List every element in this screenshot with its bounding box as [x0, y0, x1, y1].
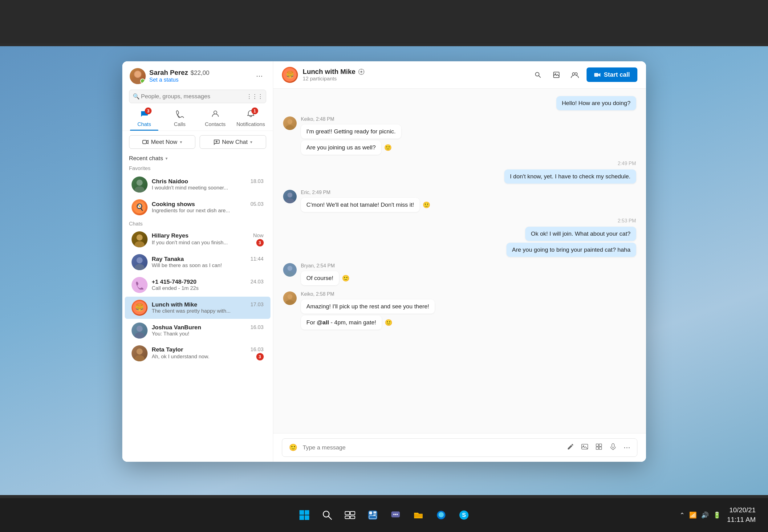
emoji-reaction-2[interactable]: 🙂	[384, 144, 392, 151]
svg-point-17	[136, 348, 143, 355]
chat-name-joshua: Joshua VanBuren	[152, 324, 201, 331]
svg-point-2	[135, 71, 141, 77]
svg-point-3	[214, 111, 217, 114]
chat-item-lunch[interactable]: 🍔 Lunch with Mike 17.03 The client was p…	[125, 297, 270, 319]
chat-avatar-chris	[132, 177, 148, 193]
svg-rect-58	[345, 516, 350, 518]
gallery-button[interactable]	[550, 68, 563, 82]
message-7: Keiko, 2:58 PM Amazing! I'll pick up the…	[283, 291, 636, 330]
taskbar-windows-icon[interactable]	[296, 506, 313, 524]
tab-chats[interactable]: 3 Chats	[127, 106, 162, 131]
chat-item-ray[interactable]: Ray Tanaka 11:44 Will be there as soon a…	[125, 251, 270, 273]
chat-participants: 12 participants	[303, 76, 526, 82]
chat-badge-hillary: 3	[256, 239, 264, 246]
recent-chats-chevron[interactable]: ▾	[165, 156, 168, 161]
chat-avatar-phone	[132, 277, 148, 293]
more-options-button[interactable]: ⋯	[253, 70, 266, 82]
user-credits: $22,00	[190, 69, 209, 76]
emoji-reaction-6[interactable]: 🙂	[342, 274, 350, 282]
svg-point-36	[287, 193, 292, 197]
taskbar-fileexplorer-icon[interactable]	[410, 506, 427, 524]
chats-section-label: Chats	[122, 219, 273, 228]
chat-item-chris[interactable]: Chris Naidoo 18.03 I wouldn't mind meeti…	[125, 173, 270, 196]
user-status[interactable]: Set a status	[149, 77, 209, 83]
taskbar-chevron-icon[interactable]: ⌃	[680, 511, 685, 519]
tab-calls[interactable]: Calls	[162, 106, 197, 131]
svg-point-22	[360, 71, 362, 73]
sidebar-header: Sarah Perez $22,00 Set a status ⋯	[122, 61, 273, 87]
msg-sender-keiko-2: Keiko, 2:58 PM	[301, 291, 435, 297]
taskbar-wifi-icon[interactable]: 📶	[689, 511, 697, 519]
chats-badge: 3	[145, 108, 152, 114]
svg-point-18	[135, 355, 144, 361]
chat-header: 🍔 Lunch with Mike 12 participants	[273, 61, 646, 89]
taskbar-taskview-icon[interactable]	[341, 506, 359, 524]
message-4: Eric, 2:49 PM C'mon! We'll eat hot tamal…	[283, 190, 636, 212]
phone-icon-avatar	[135, 280, 144, 290]
recent-chats-header: Recent chats ▾	[122, 153, 273, 164]
svg-point-39	[286, 272, 294, 277]
compose-input-row: 🙂 ⋯	[282, 438, 637, 457]
chat-name-lunch: Lunch with Mike	[152, 301, 197, 308]
svg-line-28	[539, 76, 541, 78]
taskbar-volume-icon[interactable]: 🔊	[701, 511, 709, 519]
chat-item-phone[interactable]: +1 415-748-7920 24.03 Call ended - 1m 22…	[125, 274, 270, 296]
favorites-label: Favorites	[122, 164, 273, 173]
call-icon	[594, 71, 601, 78]
message-1: Hello! How are you doing?	[283, 96, 636, 110]
chat-item-hillary[interactable]: Hillary Reyes Now If you don't mind can …	[125, 228, 270, 250]
search-input[interactable]	[129, 90, 266, 103]
svg-text:🍔: 🍔	[286, 71, 294, 79]
meet-now-button[interactable]: Meet Now ▾	[129, 135, 196, 149]
recent-chats-title: Recent chats	[129, 155, 163, 162]
svg-point-32	[575, 73, 577, 75]
chat-item-reta[interactable]: Reta Taylor 16.03 Ah, ok I understand no…	[125, 342, 270, 364]
emoji-reaction-7[interactable]: 🙂	[385, 319, 392, 326]
tab-contacts[interactable]: Contacts	[197, 106, 233, 131]
layout-icon[interactable]	[594, 442, 604, 453]
emoji-reaction-4[interactable]: 🙂	[423, 201, 430, 209]
svg-point-68	[393, 514, 394, 515]
taskbar-widgets-icon[interactable]	[364, 506, 381, 524]
more-options-compose-icon[interactable]: ⋯	[622, 442, 632, 453]
message-3: 2:49 PM I don't know, yet. I have to che…	[283, 161, 636, 184]
attachment-icon[interactable]	[580, 442, 590, 453]
chat-time-lunch: 17.03	[250, 302, 264, 308]
taskbar-edge-icon[interactable]	[433, 506, 450, 524]
grid-view-icon[interactable]: ⋮⋮⋮	[246, 93, 263, 100]
taskbar-time[interactable]: 10/20/21 11:11 AM	[727, 506, 756, 525]
svg-rect-61	[369, 511, 372, 514]
edit-icon[interactable]	[566, 442, 575, 453]
svg-point-69	[395, 514, 396, 515]
chat-name-hillary: Hillary Reyes	[152, 232, 189, 239]
chat-name-cooking: Cooking shows	[152, 201, 195, 208]
svg-rect-56	[345, 511, 350, 515]
svg-point-5	[136, 180, 143, 186]
compose-input[interactable]	[303, 444, 561, 451]
tab-notifications[interactable]: 1 Notifications	[233, 106, 268, 131]
taskbar-skype-icon[interactable]: S	[455, 506, 473, 524]
chat-time-ray: 11:44	[250, 256, 264, 262]
chat-avatar-ray	[132, 254, 148, 270]
mic-icon[interactable]	[608, 442, 618, 453]
taskbar-search-icon[interactable]	[319, 506, 336, 524]
svg-rect-48	[612, 444, 614, 448]
new-chat-button[interactable]: New Chat ▾	[200, 135, 266, 149]
taskbar-battery-icon[interactable]: 🔋	[713, 511, 721, 519]
chat-item-cooking[interactable]: 🍳 Cooking shows 05.03 Ingredients for ou…	[125, 196, 270, 218]
participants-button[interactable]	[568, 68, 582, 82]
chat-item-joshua[interactable]: Joshua VanBuren 16.03 You: Thank you!	[125, 319, 270, 342]
emoji-picker-icon[interactable]: 🙂	[288, 442, 299, 453]
tab-chats-label: Chats	[137, 121, 151, 128]
msg-sender-eric: Eric, 2:49 PM	[301, 190, 431, 195]
chat-avatar-cooking: 🍳	[132, 199, 148, 215]
svg-point-34	[287, 119, 292, 124]
settings-icon[interactable]	[358, 68, 365, 75]
search-chat-button[interactable]	[531, 68, 545, 82]
taskbar-chat-icon[interactable]	[387, 506, 404, 524]
chat-name-chris: Chris Naidoo	[152, 178, 188, 185]
tab-calls-label: Calls	[174, 121, 185, 128]
start-call-button[interactable]: Start call	[587, 67, 637, 82]
svg-rect-50	[299, 510, 304, 515]
screen-background: Sarah Perez $22,00 Set a status ⋯ 🔍 ⋮⋮⋮	[0, 0, 768, 532]
